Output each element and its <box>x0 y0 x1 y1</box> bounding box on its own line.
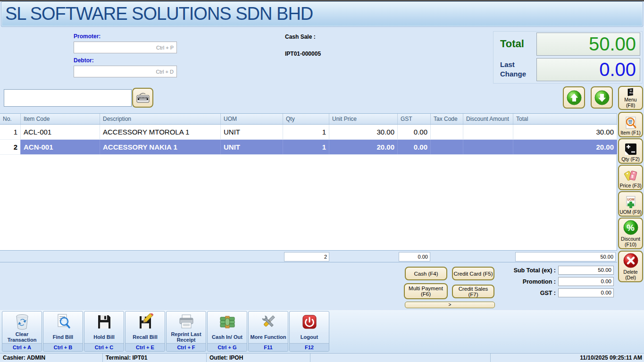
row1-no: 1 <box>0 125 21 139</box>
pos-window: SL SOFTWARE SOLUTIONS SDN BHD Promoter: … <box>0 0 644 362</box>
money-stack-icon <box>218 314 237 329</box>
discount-button-label: Discount (F10) <box>619 236 642 247</box>
row2-gst: 0.00 <box>398 140 431 154</box>
table-row[interactable]: 1 ACL-001 ACCESSORY MTOROLA 1 UNIT 1 30.… <box>0 125 617 140</box>
gst-total-box: 0.00 <box>399 252 430 261</box>
row2-item-code: ACN-001 <box>21 140 100 154</box>
clear-transaction-shortcut: Ctrl + A <box>2 343 42 351</box>
more-payments-button[interactable]: > <box>405 302 495 308</box>
price-tags-icon: $ <box>624 169 638 182</box>
col-tax-code[interactable]: Tax Code <box>431 114 463 124</box>
document-search-icon <box>55 313 71 330</box>
col-no[interactable]: No. <box>0 114 21 124</box>
cash-sale-label: Cash Sale : <box>285 34 316 40</box>
logout-button[interactable]: Logout F12 <box>289 311 329 352</box>
col-qty[interactable]: Qty <box>283 114 329 124</box>
menu-icon: Menu <box>625 88 637 96</box>
floppy-save-icon <box>96 313 112 330</box>
svg-text:UOM: UOM <box>627 198 634 201</box>
find-bill-label: Find Bill <box>43 330 83 343</box>
table-totals-bar: 2 0.00 50.00 <box>0 250 617 262</box>
debtor-label: Debtor: <box>74 57 94 64</box>
item-button[interactable]: Item (F1) <box>618 112 643 137</box>
debtor-input[interactable] <box>74 66 177 77</box>
row2-unit-price: 20.00 <box>329 140 398 154</box>
reprint-last-receipt-button[interactable]: Reprint Last Receipt Ctrl + F <box>166 311 206 352</box>
recall-bill-button[interactable]: Recall Bill Ctrl + E <box>125 311 165 352</box>
percent-icon: % <box>623 219 639 236</box>
total-label: Total <box>500 38 524 50</box>
delete-button-label: Delete (Del) <box>619 269 642 280</box>
cash-in-out-button[interactable]: Cash In/ Out Ctrl + G <box>207 311 247 352</box>
row2-qty: 1 <box>283 140 329 154</box>
totals-panel: Total 50.00 Last Change 0.00 <box>493 31 643 84</box>
delete-x-icon <box>623 253 639 269</box>
row2-description: ACCESSORY NAKIA 1 <box>100 140 221 154</box>
promoter-label: Promoter: <box>74 33 100 40</box>
multi-payment-button[interactable]: Multi Payment (F6) <box>404 283 448 299</box>
qty-button[interactable]: Qty (F2) <box>618 138 643 164</box>
row2-tax-code <box>431 140 463 154</box>
promoter-input[interactable] <box>74 42 177 53</box>
virtual-keyboard-button[interactable] <box>132 88 153 108</box>
price-button-label: Price (F3) <box>619 183 641 188</box>
total-value: 50.00 <box>536 33 640 56</box>
row1-unit-price: 30.00 <box>329 125 398 139</box>
table-row-selected[interactable]: 2 ACN-001 ACCESSORY NAKIA 1 UNIT 1 20.00… <box>0 140 617 155</box>
hold-bill-button[interactable]: Hold Bill Ctrl + C <box>84 311 124 352</box>
menu-button[interactable]: Menu Menu (F8) <box>618 86 643 110</box>
subtotal-label: Sub Total (ex) : <box>490 267 556 274</box>
reprint-last-receipt-shortcut: Ctrl + F <box>167 343 206 351</box>
logout-shortcut: F12 <box>290 343 329 351</box>
uom-button[interactable]: UOM UOM (F9) <box>618 191 643 217</box>
qty-button-label: Qty (F2) <box>621 156 640 162</box>
items-table-header: No. Item Code Description UOM Qty Unit P… <box>0 113 617 125</box>
col-discount-amount[interactable]: Discount Amount <box>463 114 513 124</box>
cash-in-out-shortcut: Ctrl + G <box>208 343 247 351</box>
recall-bill-label: Recall Bill <box>125 330 165 343</box>
status-bar: Cashier: ADMIN Terminal: IPT01 Outlet: I… <box>0 353 644 362</box>
scroll-up-button[interactable] <box>563 86 585 109</box>
credit-card-button[interactable]: Credit Card (F5) <box>452 267 494 280</box>
status-spacer <box>310 354 491 362</box>
hold-bill-label: Hold Bill <box>84 330 124 343</box>
find-bill-button[interactable]: Find Bill Ctrl + B <box>43 311 83 352</box>
more-function-button[interactable]: More Function F11 <box>248 311 288 352</box>
row1-description: ACCESSORY MTOROLA 1 <box>100 125 221 139</box>
subtotal-value: 50.00 <box>558 266 614 275</box>
col-unit-price[interactable]: Unit Price <box>329 114 398 124</box>
col-item-code[interactable]: Item Code <box>21 114 100 124</box>
row2-uom: UNIT <box>221 140 283 154</box>
price-button[interactable]: $ Price (F3) <box>618 165 643 190</box>
svg-text:Menu: Menu <box>629 92 635 94</box>
power-icon <box>301 314 318 330</box>
arrow-down-icon <box>594 90 610 106</box>
delete-button[interactable]: Delete (Del) <box>618 251 643 282</box>
last-change-value: 0.00 <box>536 58 640 81</box>
more-function-label: More Function <box>249 330 288 343</box>
credit-sales-button[interactable]: Credit Sales (F7) <box>452 285 494 298</box>
bottom-toolbar: Clear Transaction Ctrl + A Find Bill Ctr… <box>0 310 644 353</box>
reprint-last-receipt-label: Reprint Last Receipt <box>167 330 206 343</box>
cash-in-out-label: Cash In/ Out <box>208 330 247 343</box>
qty-total-box: 2 <box>284 252 329 261</box>
row1-tax-code <box>431 125 463 139</box>
item-search-input[interactable] <box>4 89 132 107</box>
row2-total: 20.00 <box>513 140 617 154</box>
cash-button[interactable]: Cash (F4) <box>405 267 447 280</box>
col-total[interactable]: Total <box>513 114 617 124</box>
menu-button-label: Menu (F8) <box>619 97 642 108</box>
more-function-shortcut: F11 <box>249 343 288 351</box>
trash-recycle-icon <box>14 313 30 330</box>
col-uom[interactable]: UOM <box>221 114 283 124</box>
promotion-label: Promotion : <box>490 278 556 285</box>
arrow-up-icon <box>566 90 582 106</box>
col-description[interactable]: Description <box>100 114 221 124</box>
scroll-down-button[interactable] <box>591 86 613 109</box>
col-gst[interactable]: GST <box>398 114 431 124</box>
gst-label: GST : <box>490 290 556 296</box>
discount-button[interactable]: % Discount (F10) <box>618 218 643 249</box>
cash-sale-number: IPT01-000005 <box>285 51 321 57</box>
keyboard-icon <box>136 91 150 104</box>
clear-transaction-button[interactable]: Clear Transaction Ctrl + A <box>2 311 42 352</box>
